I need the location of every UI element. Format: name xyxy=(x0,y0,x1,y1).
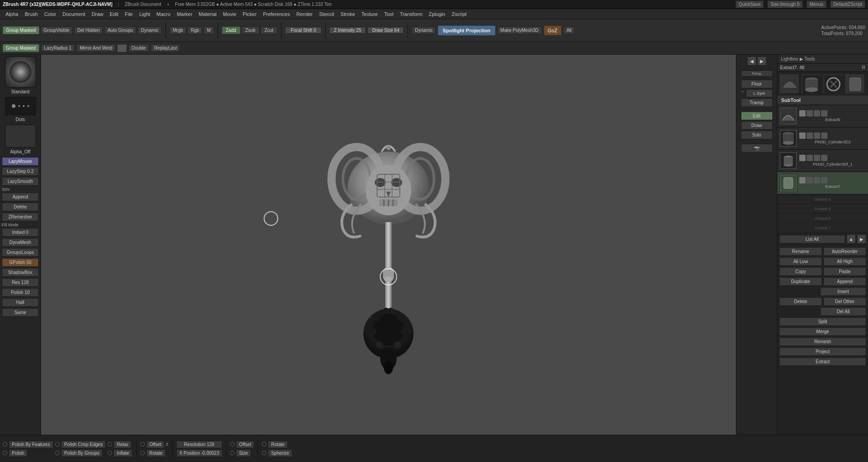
menu-file[interactable]: File xyxy=(122,10,136,18)
all-low-button[interactable]: All Low xyxy=(779,257,822,266)
menu-light[interactable]: Light xyxy=(137,10,153,18)
subtool-pm3d-cyl2[interactable]: PM3D_Cylinder3D2 xyxy=(777,127,868,150)
quicksave-button[interactable]: QuickSave xyxy=(735,0,764,8)
polish-10-btn[interactable]: Polish 10 xyxy=(2,288,39,297)
edit-button[interactable]: Edit xyxy=(741,112,773,120)
nav-right-icon[interactable]: ▶ xyxy=(757,56,766,66)
lazy-smooth-btn[interactable]: LazySmooth xyxy=(2,177,39,186)
menu-brush[interactable]: Brush xyxy=(22,10,41,18)
auto-reorder-button[interactable]: AutoReorder xyxy=(823,247,866,256)
menu-zplugin[interactable]: Zplugin xyxy=(426,10,448,18)
append-btn[interactable]: Append xyxy=(2,193,39,201)
gpolish-btn[interactable]: GPolish 50 xyxy=(2,258,39,267)
eye-icon-3[interactable] xyxy=(799,155,806,161)
subtool-unised6[interactable]: Unised 6 xyxy=(777,213,868,223)
menu-render[interactable]: Render xyxy=(294,10,316,18)
relax-button[interactable]: Relax xyxy=(113,441,132,448)
del-other-button[interactable]: Del Other xyxy=(823,297,866,306)
copy-button[interactable]: Copy xyxy=(779,267,822,276)
color-icon-2[interactable] xyxy=(814,132,820,139)
shadow-box-btn[interactable]: ShadowBox xyxy=(2,268,39,277)
brush-preview[interactable] xyxy=(5,56,36,87)
subtool-unised4[interactable]: Unised 4 xyxy=(777,194,868,204)
rotate2-button[interactable]: Rotate xyxy=(146,449,166,457)
subtool-unised7[interactable]: Unised 7 xyxy=(777,223,868,233)
menu-stroke[interactable]: Stroke xyxy=(338,10,358,18)
x-position-button[interactable]: X Position -0.00023 xyxy=(176,449,222,457)
make-polymesh3d-button[interactable]: Make PolyMesh3D xyxy=(497,26,542,34)
resolution-button[interactable]: Resolution 128 xyxy=(176,441,222,448)
zremesher-btn[interactable]: ZRemesher xyxy=(2,213,39,221)
rotate-button[interactable]: Rotate xyxy=(268,441,287,448)
replay-last-btn[interactable]: ReplayLast xyxy=(151,44,180,52)
dynamic-button[interactable]: Dynamic xyxy=(138,26,162,34)
split-button[interactable]: Split xyxy=(779,317,866,326)
menu-draw[interactable]: Draw xyxy=(89,10,106,18)
lock-icon-4[interactable] xyxy=(807,177,813,183)
size-button[interactable]: Size xyxy=(236,449,251,457)
remesh-button[interactable]: Remesh xyxy=(779,337,866,346)
subtool-extract7[interactable]: Extract7 xyxy=(777,172,868,194)
color-icon-4[interactable] xyxy=(814,177,820,183)
del-all-button[interactable]: Del All xyxy=(820,307,866,316)
poly-icon-3[interactable] xyxy=(821,155,827,161)
focal-shift-slider[interactable]: Focal Shift 0 xyxy=(285,27,322,34)
solo-button[interactable]: Solo xyxy=(741,131,773,139)
offset2-button[interactable]: Offset xyxy=(236,441,255,448)
append-button[interactable]: Append xyxy=(823,277,866,286)
menu-picker[interactable]: Picker xyxy=(240,10,260,18)
eye-icon-2[interactable] xyxy=(799,132,806,139)
groups-loops-btn[interactable]: GroupsLoops xyxy=(2,248,39,257)
m-button[interactable]: M xyxy=(204,26,214,34)
lock-icon[interactable] xyxy=(807,110,813,117)
thumb-extract[interactable] xyxy=(845,74,865,94)
polish-button[interactable]: Polish xyxy=(9,449,27,457)
merge-button[interactable]: Merge xyxy=(779,327,866,336)
duplicate-button[interactable]: Duplicate xyxy=(779,277,822,286)
same-btn[interactable]: Same xyxy=(2,308,39,317)
polish-by-groups-button[interactable]: Polish By Groups xyxy=(61,449,102,457)
subtool-pm3d-cyl3[interactable]: PM3D_Cylinder3Df_1 xyxy=(777,150,868,172)
alpha-preview[interactable] xyxy=(5,125,36,147)
zadd-button[interactable]: Zadd xyxy=(222,26,240,34)
rename-button[interactable]: Rename xyxy=(779,247,822,256)
spherize-button[interactable]: Spherize xyxy=(268,449,292,457)
menu-tool[interactable]: Tool xyxy=(382,10,396,18)
extract-button[interactable]: Extract xyxy=(779,357,866,366)
polish-crisp-edges-button[interactable]: Polish Crisp Edges xyxy=(61,441,106,448)
res-btn[interactable]: Res 128 xyxy=(2,278,39,287)
offset-button[interactable]: Offset xyxy=(146,441,165,448)
group-visible-button[interactable]: GroupVisible xyxy=(41,26,73,34)
poly-icon[interactable] xyxy=(821,110,827,117)
menu-stencil[interactable]: Stencil xyxy=(317,10,337,18)
lazy-step-btn[interactable]: LazyStep 0.2 xyxy=(2,167,39,176)
floor-button[interactable]: Floor xyxy=(741,80,773,88)
project-button[interactable]: Project xyxy=(779,347,866,356)
lazy-mouse-btn[interactable]: LazyMouse xyxy=(2,157,39,166)
rgb-button[interactable]: Rgb xyxy=(188,26,202,34)
paste-button[interactable]: Paste xyxy=(823,267,866,276)
auto-groups-button[interactable]: Auto Groups xyxy=(104,26,136,34)
half-btn[interactable]: Half xyxy=(2,298,39,307)
lock-icon-3[interactable] xyxy=(807,155,813,161)
thumb-simpleb[interactable] xyxy=(823,74,843,94)
menu-material[interactable]: Material xyxy=(196,10,219,18)
imbed-btn[interactable]: Imbed 0 xyxy=(2,228,39,237)
menu-alpha[interactable]: Alpha xyxy=(3,10,21,18)
lazy-radius-btn[interactable]: LazyRadius 1 xyxy=(41,44,75,52)
delete-subtool-button[interactable]: Delete xyxy=(779,297,822,306)
eye-icon-4[interactable] xyxy=(799,177,806,183)
menu-texture[interactable]: Texture xyxy=(359,10,381,18)
polish-by-features-button[interactable]: Polish By Features xyxy=(9,441,53,448)
inflate-button[interactable]: Inflate xyxy=(113,449,132,457)
zcut-button[interactable]: Zcut xyxy=(260,26,277,34)
dots-preview[interactable] xyxy=(5,97,36,115)
color-icon[interactable] xyxy=(814,110,820,117)
l-sym-button[interactable]: L.Sym xyxy=(746,89,773,97)
menu-movie[interactable]: Movie xyxy=(220,10,239,18)
menus-button[interactable]: Menus xyxy=(807,0,827,8)
menu-preferences[interactable]: Preferences xyxy=(260,10,292,18)
list-down-arrow[interactable]: ▶ xyxy=(857,234,866,244)
nav-left-icon[interactable]: ◀ xyxy=(747,56,756,66)
delete-btn[interactable]: Delete xyxy=(2,203,39,211)
